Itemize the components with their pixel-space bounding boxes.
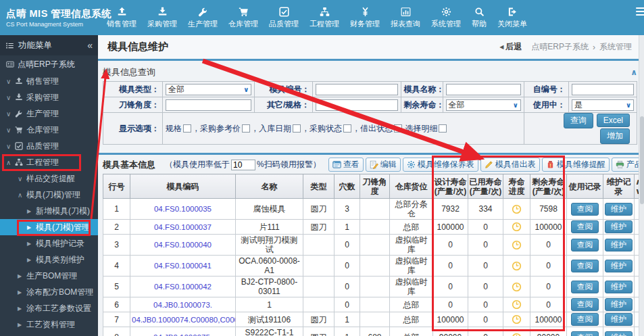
search-input-blade-angle[interactable] bbox=[166, 99, 251, 111]
mold-code-link[interactable]: 04.FS0.1000035 bbox=[154, 205, 212, 213]
mold-code-link[interactable]: 04.FS0.1000041 bbox=[154, 262, 212, 270]
sidebar-item-coating-process-params[interactable]: ▶涂布工艺参数设置 bbox=[0, 300, 98, 316]
cell-type: 圆刀 bbox=[303, 199, 335, 220]
cell-location: 虚拟临时库 bbox=[390, 235, 433, 256]
sidebar-item-mold-maintenance-records[interactable]: ▶模具维护记录 bbox=[0, 235, 98, 251]
chevron-down-icon: ∨ bbox=[243, 86, 249, 93]
topbar-item-purchase[interactable]: 采购管理 bbox=[142, 0, 182, 35]
search-input-self-code[interactable] bbox=[572, 84, 634, 95]
mold-code-link[interactable]: 04.JB0.1000074.C00080,C00097, bbox=[132, 316, 236, 324]
sidebar-item-sales[interactable]: ∨销售管理 bbox=[0, 73, 98, 89]
topbar-item-close-menu[interactable]: 关闭菜单 bbox=[492, 0, 532, 35]
topbar-item-sales[interactable]: 销售管理 bbox=[101, 0, 142, 35]
sidebar-item-mold-management-page[interactable]: ▶模具(刀模)管理 bbox=[0, 219, 98, 235]
view-record-button[interactable]: 查阅 bbox=[571, 220, 599, 233]
mold-code-link[interactable]: 04.FS0.1000040 bbox=[154, 241, 212, 249]
search-select-mold-type[interactable]: 全部∨ bbox=[166, 84, 251, 95]
vertical-scrollbar[interactable] bbox=[639, 35, 644, 336]
usage-threshold-input[interactable] bbox=[231, 160, 255, 170]
cell-name: 腐蚀模具 bbox=[236, 199, 303, 220]
display-option-checkbox[interactable] bbox=[183, 124, 191, 133]
topbar-item-warehouse[interactable]: 仓库管理 bbox=[223, 0, 264, 35]
sidebar-item-quality[interactable]: ∨品质管理 bbox=[0, 138, 98, 154]
panel-collapse-icon[interactable]: ∧ bbox=[630, 68, 637, 77]
mold-code-link[interactable]: 04.FS0.1000037 bbox=[154, 223, 212, 231]
topbar-item-finance[interactable]: 财务管理 bbox=[345, 0, 385, 35]
maintain-button[interactable]: 维护 bbox=[605, 239, 633, 251]
sidebar-collapse-icon[interactable]: « bbox=[87, 40, 93, 51]
maintain-button[interactable]: 维护 bbox=[605, 331, 633, 336]
cell-line-no: 6 bbox=[103, 297, 130, 312]
table-row: 304.FS0.1000040测试明翔刀模测试0虚拟临时库000查阅维护 bbox=[103, 235, 641, 256]
search-select-in-use[interactable]: 是∨ bbox=[572, 99, 634, 111]
sidebar: 功能菜单 « 点晴ERP子系统∨销售管理∨采购管理∨生产管理∨仓库管理∨品质管理… bbox=[0, 35, 98, 336]
sidebar-item-purchase[interactable]: ∨采购管理 bbox=[0, 89, 98, 105]
topbar-menu: 销售管理采购管理生产管理仓库管理品质管理工程管理财务管理报表查询系统管理帮助关闭… bbox=[101, 0, 532, 35]
table-row: 804.JB0.1000075.S9222C-T1-1（bei）圆刀1688总部… bbox=[103, 327, 641, 336]
maintain-button[interactable]: 维护 bbox=[605, 260, 633, 272]
cell-name: 1 bbox=[236, 297, 303, 312]
search-select-remaining-life[interactable]: 全部∨ bbox=[446, 99, 521, 111]
query-button[interactable]: 查询 bbox=[564, 113, 593, 128]
select-detail-checkbox[interactable] bbox=[439, 124, 447, 133]
view-record-button[interactable]: 查阅 bbox=[571, 203, 599, 216]
sidebar-item-sample-delivery-reminder[interactable]: ∨样品交货提醒 bbox=[0, 170, 98, 187]
sidebar-item-dianjing-erp-subsystem[interactable]: 点晴ERP子系统 bbox=[0, 55, 98, 73]
main-content: 模具信息维护 ◀ 后退 点晴ERP子系统 › 系统管理 模具信息查询 ∧ 模具类… bbox=[98, 35, 644, 336]
maintain-button[interactable]: 维护 bbox=[605, 298, 633, 311]
lend-table-button[interactable]: 模具借出表 bbox=[480, 158, 540, 172]
grid-panel: 模具基本信息 （模具使用率低于 %扫码领用报警） 查看编辑模具维修保养表模具借出… bbox=[98, 153, 644, 336]
view-record-button[interactable]: 查阅 bbox=[571, 281, 599, 293]
mold-code-link[interactable]: 04.JB0.1000075. bbox=[153, 333, 212, 336]
search-input-other-spec[interactable] bbox=[316, 99, 397, 111]
column-header-maintenance-record: 维护记录 bbox=[603, 174, 635, 199]
sidebar-item-engineering[interactable]: ∧工程管理 bbox=[0, 154, 98, 170]
topbar-item-help[interactable]: 帮助 bbox=[466, 0, 492, 35]
sidebar-item-coating-bom[interactable]: ▶涂布配方BOM管理 bbox=[0, 284, 98, 300]
repair-reminder-button[interactable]: 模具维修提醒 bbox=[542, 158, 610, 172]
maintain-button[interactable]: 维护 bbox=[605, 313, 633, 326]
breadcrumb-item-subsystem[interactable]: 点晴ERP子系统 bbox=[531, 41, 589, 53]
sidebar-header: 功能菜单 « bbox=[0, 35, 98, 55]
maintain-button[interactable]: 维护 bbox=[605, 203, 633, 216]
view-record-button[interactable]: 查阅 bbox=[571, 298, 599, 311]
topbar-item-engineering[interactable]: 工程管理 bbox=[304, 0, 345, 35]
maintain-button[interactable]: 维护 bbox=[605, 281, 633, 293]
scrollbar-thumb[interactable] bbox=[640, 116, 644, 204]
mold-code-link[interactable]: 04.JB0.1000073. bbox=[153, 301, 212, 309]
maintain-button[interactable]: 维护 bbox=[605, 220, 633, 233]
mold-code-link[interactable]: 04.FS0.1000042 bbox=[154, 283, 212, 291]
add-button[interactable]: 增加 bbox=[600, 128, 630, 144]
sidebar-item-production-bom[interactable]: ▶生产BOM管理 bbox=[0, 268, 98, 284]
display-option-checkbox[interactable] bbox=[394, 124, 402, 133]
topbar-item-production[interactable]: 生产管理 bbox=[182, 0, 223, 35]
topbar-item-reports[interactable]: 报表查询 bbox=[385, 0, 426, 35]
life-progress-clock-icon bbox=[512, 314, 522, 325]
topbar-item-label: 系统管理 bbox=[431, 19, 461, 29]
view-record-button[interactable]: 查阅 bbox=[571, 313, 599, 326]
search-input-mold-code[interactable] bbox=[316, 84, 397, 95]
topbar-item-quality[interactable]: 品质管理 bbox=[264, 0, 304, 35]
display-option-checkbox[interactable] bbox=[242, 124, 250, 133]
breadcrumb-item-system[interactable]: 系统管理 bbox=[599, 41, 632, 53]
sidebar-item-warehouse[interactable]: ∨仓库管理 bbox=[0, 122, 98, 138]
maintenance-table-button[interactable]: 模具维修保养表 bbox=[403, 158, 478, 172]
edit-button[interactable]: 编辑 bbox=[366, 158, 401, 172]
view-record-button[interactable]: 查阅 bbox=[571, 239, 599, 251]
cell-type: 圆刀 bbox=[303, 220, 335, 235]
view-record-button[interactable]: 查阅 bbox=[571, 331, 599, 336]
sidebar-item-mold-category-maintenance[interactable]: ▶模具类别维护 bbox=[0, 251, 98, 268]
sidebar-item-new-mold[interactable]: ▶新增模具(刀模) bbox=[0, 203, 98, 219]
display-option-checkbox[interactable] bbox=[343, 124, 351, 133]
search-input-mold-name[interactable] bbox=[446, 84, 521, 95]
sidebar-item-production[interactable]: ∨生产管理 bbox=[0, 105, 98, 122]
topbar: 点晴 MIS 管理信息系统 CS Port Managment System 销… bbox=[0, 0, 644, 35]
view-record-button[interactable]: 查阅 bbox=[571, 260, 599, 272]
display-option-checkbox[interactable] bbox=[293, 124, 301, 133]
sidebar-item-mold-management[interactable]: ∧模具(刀模)管理 bbox=[0, 187, 98, 203]
topbar-item-system[interactable]: 系统管理 bbox=[426, 0, 466, 35]
view-button[interactable]: 查看 bbox=[328, 158, 364, 172]
back-button[interactable]: ◀ 后退 bbox=[499, 41, 522, 53]
sidebar-item-process-docs[interactable]: ▶工艺资料管理 bbox=[0, 316, 98, 333]
excel-button[interactable]: Excel bbox=[597, 114, 630, 127]
